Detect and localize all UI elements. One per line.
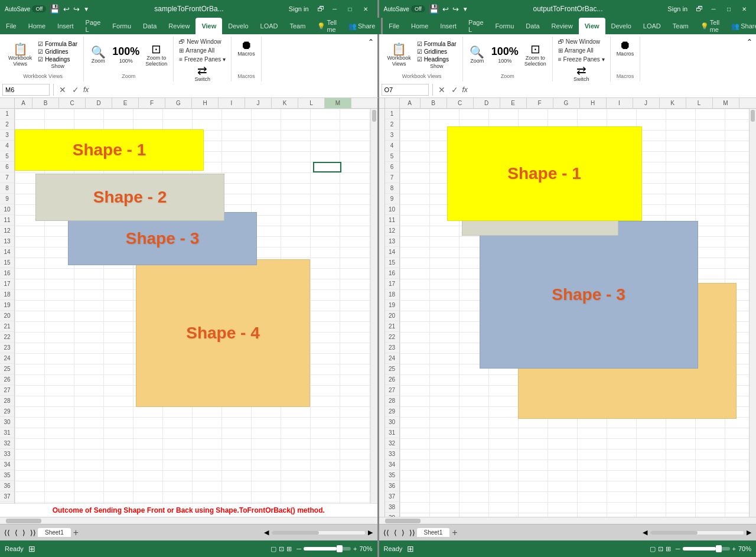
row-num-18[interactable]: 18 [0,289,14,300]
right-nav-next[interactable]: ⟩ [400,529,406,537]
row-num-10[interactable]: 10 [385,204,399,215]
row-num-37[interactable]: 37 [385,491,399,502]
row-num-19[interactable]: 19 [385,300,399,311]
left-col-b[interactable]: B [32,98,59,108]
left-zoom-in-icon[interactable]: + [353,545,357,552]
row-num-11[interactable]: 11 [0,215,14,226]
row-num-30[interactable]: 30 [385,417,399,428]
right-save-icon[interactable]: 💾 [429,4,439,14]
row-num-18[interactable]: 18 [385,289,399,300]
row-num-7[interactable]: 7 [385,172,399,183]
row-num-16[interactable]: 16 [0,268,14,279]
row-num-30[interactable]: 30 [0,417,14,428]
row-num-38[interactable]: 38 [0,502,14,503]
left-nav-next[interactable]: ⟩ [21,529,27,537]
row-num-13[interactable]: 13 [0,236,14,247]
row-num-10[interactable]: 10 [0,204,14,215]
row-num-28[interactable]: 28 [385,396,399,406]
row-num-15[interactable]: 15 [0,258,14,268]
right-page-break-icon[interactable]: ⊞ [666,545,671,553]
row-num-8[interactable]: 8 [0,183,14,194]
row-num-6[interactable]: 6 [385,162,399,172]
right-tab-file[interactable]: File [383,18,405,34]
right-collapse-btn[interactable]: ⌃ [745,37,754,82]
right-confirm-icon[interactable]: ✓ [449,85,460,95]
row-num-21[interactable]: 21 [385,321,399,332]
left-page-break-icon[interactable]: ⊞ [286,545,292,553]
right-close-btn[interactable]: ✕ [737,4,751,14]
left-vscroll[interactable] [370,109,377,503]
left-undo-icon[interactable]: ↩ [63,5,70,14]
left-col-g[interactable]: G [165,98,192,108]
row-num-3[interactable]: 3 [0,130,14,141]
row-num-33[interactable]: 33 [0,449,14,460]
row-num-32[interactable]: 32 [0,438,14,449]
right-vscroll[interactable] [749,109,756,517]
row-num-38[interactable]: 38 [385,502,399,513]
right-zoom-in-icon[interactable]: + [732,545,736,552]
row-num-24[interactable]: 24 [385,353,399,364]
left-hscroll[interactable] [0,517,377,524]
left-zoom-btn[interactable]: 🔍 Zoom [87,45,109,66]
left-name-box[interactable] [2,84,50,96]
right-zoom-out-icon[interactable]: ─ [676,545,680,552]
right-normal-view-icon[interactable]: ▢ [650,545,656,553]
left-tab-load[interactable]: LOAD [255,18,284,34]
row-num-12[interactable]: 12 [0,226,14,236]
row-num-4[interactable]: 4 [385,141,399,151]
row-num-17[interactable]: 17 [385,279,399,289]
left-tab-formu[interactable]: Formu [106,18,137,34]
left-col-a[interactable]: A [15,98,32,108]
right-tab-home[interactable]: Home [405,18,434,34]
left-tab-file[interactable]: File [0,18,22,34]
right-name-box[interactable] [382,84,429,96]
right-tab-pagel[interactable]: Page L [462,18,490,34]
right-tab-tellme[interactable]: 💡Tell me [695,18,726,34]
left-zoom-slider[interactable] [304,547,351,551]
left-scroll-left-btn[interactable]: ◀ [264,529,269,536]
row-num-6[interactable]: 6 [0,162,14,172]
row-num-35[interactable]: 35 [385,470,399,481]
row-num-36[interactable]: 36 [0,481,14,491]
right-tab-load[interactable]: LOAD [637,18,667,34]
left-tab-scroll[interactable] [271,530,366,535]
row-num-26[interactable]: 26 [0,374,14,385]
left-close-btn[interactable]: ✕ [359,4,373,14]
right-col-e[interactable]: E [500,98,527,108]
left-autosave-state[interactable]: Off [32,5,46,12]
row-num-16[interactable]: 16 [385,268,399,279]
right-hscroll[interactable] [379,517,757,524]
left-tab-team[interactable]: Team [284,18,312,34]
left-col-j[interactable]: J [245,98,272,108]
left-hscroll-thumb[interactable] [6,519,41,523]
left-formula-input[interactable] [91,86,374,93]
row-num-1[interactable]: 1 [0,109,14,119]
right-arrange-btn[interactable]: ⊞ Arrange All [556,47,607,54]
row-num-25[interactable]: 25 [385,364,399,374]
row-num-22[interactable]: 22 [0,332,14,343]
right-nav-first[interactable]: ⟨⟨ [382,529,391,537]
left-zoom100-btn[interactable]: 100% 100% [110,44,142,66]
right-scroll-right-btn[interactable]: ▶ [747,529,751,536]
left-macros-btn[interactable]: ⏺ Macros [235,38,258,58]
right-tab-insert[interactable]: Insert [434,18,462,34]
row-num-27[interactable]: 27 [0,385,14,396]
row-num-3[interactable]: 3 [385,130,399,141]
row-num-39[interactable]: 39 [385,513,399,517]
left-tab-review[interactable]: Review [162,18,195,34]
right-cancel-icon[interactable]: ✕ [436,85,447,95]
row-num-31[interactable]: 31 [0,428,14,438]
right-customize-icon[interactable]: ▼ [462,6,468,12]
left-tab-develo[interactable]: Develo [222,18,254,34]
row-num-7[interactable]: 7 [0,172,14,183]
row-num-2[interactable]: 2 [385,119,399,130]
right-tab-team[interactable]: Team [667,18,695,34]
right-formula-input[interactable] [470,86,754,93]
row-num-33[interactable]: 33 [385,449,399,460]
row-num-11[interactable]: 11 [385,215,399,226]
row-num-13[interactable]: 13 [385,236,399,247]
left-freeze-btn[interactable]: ≡ Freeze Panes ▾ [177,56,227,63]
left-zoom-handle[interactable] [337,545,343,552]
row-num-12[interactable]: 12 [385,226,399,236]
left-signin[interactable]: Sign in [289,5,309,12]
